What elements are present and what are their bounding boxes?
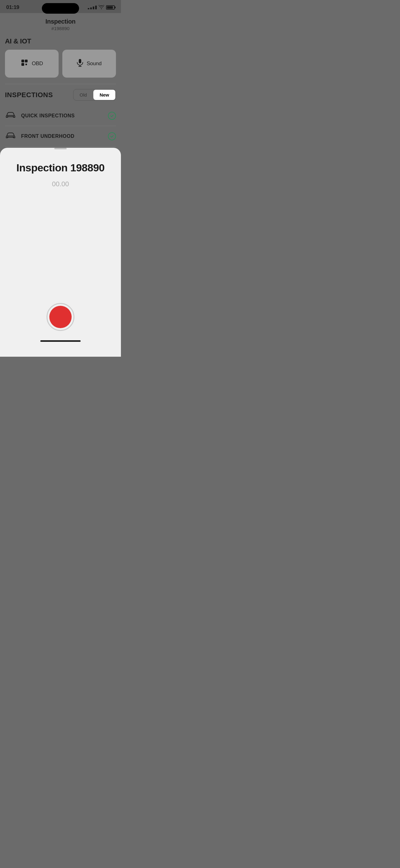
svg-rect-0	[22, 60, 24, 62]
svg-point-8	[13, 116, 14, 117]
sheet-content: Inspection 198890 00.00	[0, 149, 121, 303]
quick-inspection-label: QUICK INSPECTIONS	[21, 113, 103, 119]
svg-rect-2	[22, 63, 24, 66]
sound-card[interactable]: Sound	[62, 50, 116, 78]
svg-point-7	[7, 116, 8, 117]
svg-rect-4	[79, 59, 81, 63]
car-icon-2	[5, 131, 16, 141]
quick-inspection-status	[108, 112, 116, 120]
inspections-title: INSPECTIONS	[5, 91, 53, 99]
front-underhood-status	[108, 132, 116, 140]
record-button-inner	[49, 306, 72, 328]
inspection-toggle-group: Old New	[73, 89, 116, 101]
obd-label: OBD	[32, 61, 43, 67]
ai-iot-title: AI & IOT	[5, 37, 116, 45]
inspections-header: INSPECTIONS Old New	[5, 89, 116, 101]
toggle-new-button[interactable]: New	[93, 90, 115, 100]
sheet-spacer	[9, 197, 112, 303]
wifi-icon	[99, 5, 104, 10]
obd-icon	[21, 59, 29, 69]
ai-iot-section: AI & IOT OBD	[0, 37, 121, 147]
background-screen: Inspection #198890 AI & IOT OBD	[0, 13, 121, 147]
page-title: Inspection	[0, 18, 121, 25]
sheet-timer: 00.00	[9, 180, 112, 188]
record-area	[0, 303, 121, 331]
page-header: Inspection #198890	[0, 13, 121, 37]
dynamic-island	[42, 3, 79, 14]
status-icons	[88, 5, 115, 10]
status-bar: 01:19	[0, 0, 121, 13]
list-item[interactable]: QUICK INSPECTIONS	[5, 105, 116, 126]
sheet-title: Inspection 198890	[9, 162, 112, 174]
sound-label: Sound	[87, 61, 101, 67]
svg-rect-1	[25, 60, 28, 62]
ai-iot-grid: OBD Sound	[5, 50, 116, 78]
car-icon	[5, 111, 16, 121]
obd-card[interactable]: OBD	[5, 50, 59, 78]
signal-icon	[88, 6, 97, 9]
microphone-icon	[76, 59, 84, 69]
toggle-old-button[interactable]: Old	[73, 89, 93, 100]
home-indicator	[40, 340, 80, 342]
svg-rect-3	[26, 64, 27, 65]
front-underhood-label: FRONT UNDERHOOD	[21, 133, 103, 139]
inspection-number: #198890	[0, 26, 121, 31]
battery-icon	[106, 5, 115, 10]
bottom-sheet: Inspection 198890 00.00	[0, 148, 121, 357]
svg-point-10	[13, 136, 14, 138]
record-button[interactable]	[46, 303, 74, 331]
status-time: 01:19	[6, 4, 19, 10]
svg-point-9	[7, 136, 8, 138]
list-item[interactable]: FRONT UNDERHOOD	[5, 126, 116, 147]
section-divider	[5, 84, 116, 84]
